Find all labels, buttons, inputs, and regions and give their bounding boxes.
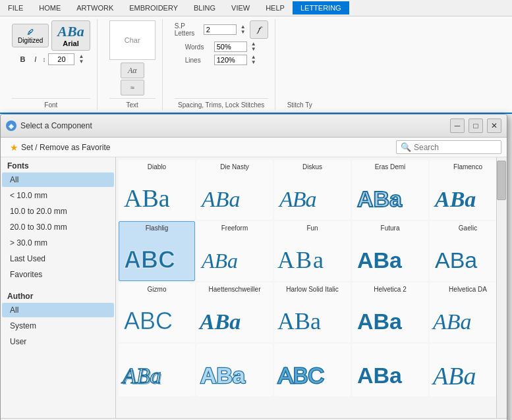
menu-artwork[interactable]: ARTWORK (69, 1, 121, 14)
menu-bar: FILE HOME ARTWORK EMBROIDERY BLING VIEW … (0, 0, 512, 16)
scrollbar-track[interactable] (496, 157, 507, 418)
search-icon: 🔍 (401, 142, 411, 152)
menu-home[interactable]: HOME (31, 1, 69, 14)
font-cell-flamenco[interactable]: Flamenco ABa (430, 160, 506, 220)
font-cell-diablo[interactable]: Diablo ABa (119, 160, 195, 220)
font-size-input[interactable]: 20 (48, 53, 74, 65)
font-cell-row4-4[interactable]: ABa (352, 344, 428, 396)
words-spinner[interactable]: ▲ ▼ (250, 41, 258, 52)
favorite-label: Set / Remove as Favorite (21, 143, 110, 152)
font-cell-futura[interactable]: Futura ABa (352, 221, 428, 281)
font-size-down[interactable]: ▼ (77, 59, 85, 65)
text-insert-btn2[interactable]: ≈ (121, 80, 144, 95)
main-content: Diablo ABa Die Nasty ABa Dis (116, 157, 507, 418)
font-preview-row4-2: ABa ABa (198, 349, 271, 392)
font-group-label: Font (12, 98, 90, 109)
font-preview-gaelic: ABa (432, 234, 504, 276)
svg-text:ABa: ABa (432, 362, 476, 390)
font-cell-gaelic[interactable]: Gaelic ABa (430, 221, 506, 281)
font-cell-haettenschweiller[interactable]: Haettenschweiller ABa (196, 282, 273, 342)
scrollbar-thumb[interactable] (497, 161, 506, 200)
words-value[interactable]: 50% (214, 41, 247, 52)
sidebar-author-all[interactable]: All (2, 303, 114, 317)
ribbon-font-row1: 🖊 Digitized ABa Arial (12, 20, 90, 51)
lines-spinner[interactable]: ▲ ▼ (250, 55, 258, 65)
font-cell-flashlig[interactable]: Flashlig ABC ABC (119, 221, 195, 281)
font-name-helveticada: Helvetica DA (449, 286, 487, 293)
text-insert-btn1[interactable]: Aα (121, 63, 144, 78)
font-grid-container[interactable]: Diablo ABa Die Nasty ABa Dis (116, 157, 507, 418)
bold-button[interactable]: B (16, 53, 28, 65)
sidebar-author-user[interactable]: User (2, 334, 114, 349)
font-cell-freeform[interactable]: Freeform ABa (196, 221, 273, 281)
sidebar-filter-lastused[interactable]: Last Used (2, 251, 114, 266)
letters-icon-btn[interactable]: 𝑓 (250, 20, 268, 39)
font-name-diskus: Diskus (302, 163, 322, 171)
dialog-restore-btn[interactable]: □ (469, 118, 483, 133)
text-insert-buttons: Aα ≈ (121, 63, 144, 95)
truetype-button[interactable]: ABa Arial (51, 20, 90, 51)
font-cell-row4-2[interactable]: ABa ABa (196, 344, 273, 396)
lines-down[interactable]: ▼ (250, 60, 258, 65)
svg-text:ABa: ABa (357, 309, 403, 334)
letters-label: S.P Letters (175, 22, 201, 37)
char-label: Char (125, 36, 140, 44)
search-input[interactable] (414, 143, 512, 152)
menu-view[interactable]: VIEW (223, 1, 258, 14)
sidebar-filter-20to30[interactable]: 20.0 to 30.0 mm (2, 220, 114, 234)
menu-embroidery[interactable]: EMBROIDERY (121, 1, 186, 14)
font-cell-row4-1[interactable]: ABa ABa (119, 344, 195, 396)
font-name-label: Arial (63, 39, 78, 47)
font-preview-helvetica2: ABa (354, 295, 426, 338)
svg-text:ABa: ABa (200, 363, 246, 388)
font-preview-dienasty: ABa (198, 172, 271, 215)
font-cell-harlowsolid[interactable]: Harlow Solid Italic ABa (274, 282, 351, 342)
ribbon-font-row2: B I ↕ 20 ▲ ▼ (16, 53, 85, 65)
menu-help[interactable]: HELP (258, 1, 293, 14)
font-name-erasdemi: Eras Demi (375, 163, 406, 171)
font-name-futura: Futura (381, 224, 400, 232)
digitized-button[interactable]: 🖊 Digitized (12, 24, 49, 47)
sidebar-filter-10to20[interactable]: 10.0 to 20.0 mm (2, 204, 114, 219)
font-cell-diskus[interactable]: Diskus ABa (274, 160, 351, 220)
letters-spinner[interactable]: ▲ ▼ (239, 24, 247, 35)
font-cell-fun[interactable]: Fun ABa (274, 221, 351, 281)
font-cell-row4-5[interactable]: ABa (430, 344, 506, 396)
text-group-label: Text (109, 98, 156, 109)
sidebar-author-system[interactable]: System (2, 319, 114, 333)
font-size-spinner[interactable]: ▲ ▼ (77, 54, 85, 65)
sidebar-filter-gt30[interactable]: > 30.0 mm (2, 236, 114, 250)
menu-bling[interactable]: BLING (186, 1, 223, 14)
font-cell-helvetica2[interactable]: Helvetica 2 ABa (352, 282, 428, 342)
font-preview-harlowsolid: ABa (276, 295, 349, 338)
italic-button[interactable]: I (31, 53, 40, 65)
sidebar-filter-favorites[interactable]: Favorites (2, 267, 114, 282)
font-name-gizmo: Gizmo (148, 286, 167, 293)
favorite-button[interactable]: ★ Set / Remove as Favorite (6, 141, 114, 154)
font-grid: Diablo ABa Die Nasty ABa Dis (119, 160, 504, 396)
font-name-dienasty: Die Nasty (220, 163, 248, 171)
svg-text:ABa: ABa (123, 365, 163, 389)
font-cell-gizmo[interactable]: Gizmo ABC ABC (119, 282, 195, 342)
lines-value[interactable]: 120% (214, 55, 247, 65)
font-cell-dienasty[interactable]: Die Nasty ABa (196, 160, 273, 220)
menu-lettering[interactable]: LETTERING (293, 1, 349, 14)
font-preview-gizmo: ABC ABC (121, 295, 193, 338)
font-name-freeform: Freeform (221, 224, 248, 232)
letters-value[interactable]: 2 (204, 24, 237, 35)
letters-down[interactable]: ▼ (239, 30, 247, 35)
sidebar-filter-lt10[interactable]: < 10.0 mm (2, 188, 114, 203)
sidebar-filter-all[interactable]: All (2, 172, 114, 187)
dialog-minimize-btn[interactable]: ─ (450, 118, 465, 133)
dialog-close-btn[interactable]: ✕ (487, 118, 501, 133)
spacing-letters-row: S.P Letters 2 ▲ ▼ 𝑓 (175, 20, 268, 39)
font-cell-row4-3[interactable]: ABC ABC (274, 344, 351, 396)
font-preview-diablo: ABa (121, 172, 193, 215)
font-cell-helveticada[interactable]: Helvetica DA ABa (430, 282, 506, 342)
words-down[interactable]: ▼ (250, 47, 258, 52)
font-preview-row4-4: ABa (354, 349, 426, 392)
spacing-lines-row: Lines 120% ▲ ▼ (185, 55, 258, 65)
font-cell-erasdemi[interactable]: Eras Demi ABa ABa (352, 160, 428, 220)
menu-file[interactable]: FILE (0, 1, 31, 14)
font-preview-row4-1: ABa ABa (121, 349, 193, 392)
